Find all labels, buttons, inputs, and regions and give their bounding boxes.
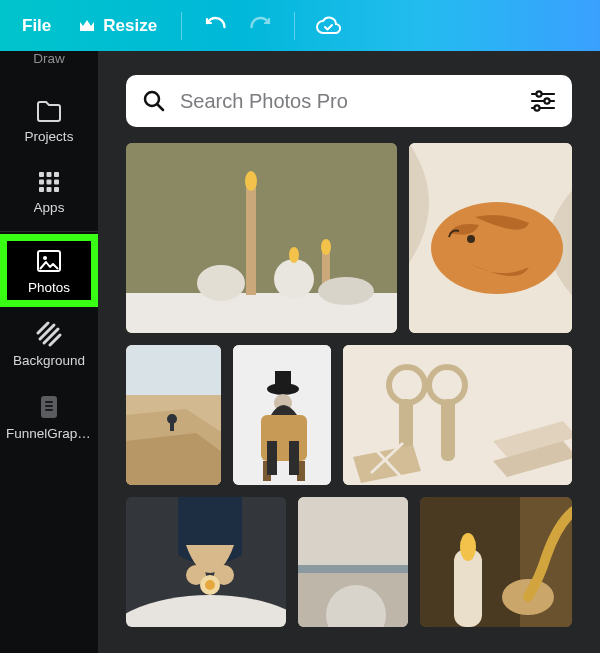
filter-sliders-icon[interactable]: [530, 90, 556, 112]
svg-rect-6: [39, 187, 44, 192]
redo-button[interactable]: [238, 0, 284, 51]
app-body: Draw Projects Apps Photos Background Fun…: [0, 51, 600, 653]
svg-point-67: [342, 599, 354, 611]
svg-point-39: [167, 414, 177, 424]
photo-thumbnail[interactable]: [343, 345, 572, 485]
hatch-icon: [36, 321, 62, 347]
svg-point-69: [334, 611, 346, 623]
grid-row: [126, 497, 572, 627]
sidebar: Draw Projects Apps Photos Background Fun…: [0, 51, 98, 653]
sidebar-item-label: Background: [13, 353, 85, 368]
photo-thumbnail[interactable]: [409, 143, 572, 333]
file-menu-button[interactable]: File: [8, 0, 65, 51]
photo-grid: [126, 143, 572, 627]
grid-row: [126, 143, 572, 333]
divider: [294, 12, 295, 40]
svg-rect-63: [298, 497, 408, 569]
svg-point-27: [245, 171, 257, 191]
svg-point-62: [205, 580, 215, 590]
svg-rect-0: [39, 172, 44, 177]
svg-point-36: [467, 235, 475, 243]
sidebar-item-label: Apps: [34, 200, 65, 215]
sidebar-item-projects[interactable]: Projects: [0, 85, 98, 156]
svg-rect-46: [275, 371, 291, 389]
svg-point-10: [43, 256, 47, 260]
svg-rect-2: [54, 172, 59, 177]
svg-line-17: [158, 105, 164, 111]
svg-rect-26: [246, 183, 256, 295]
svg-rect-7: [47, 187, 52, 192]
undo-button[interactable]: [192, 0, 238, 51]
svg-rect-37: [126, 345, 221, 395]
photo-thumbnail[interactable]: [420, 497, 572, 627]
sidebar-item-label: FunnelGraphics: [6, 426, 92, 441]
sidebar-item-photos[interactable]: Photos: [0, 234, 98, 307]
photos-panel: Search Photos Pro: [98, 51, 600, 653]
divider: [181, 12, 182, 40]
cloud-sync-button[interactable]: [305, 0, 351, 51]
svg-rect-40: [170, 423, 174, 431]
resize-button[interactable]: Resize: [65, 0, 171, 51]
apps-grid-icon: [37, 170, 61, 194]
resize-label: Resize: [103, 16, 157, 36]
svg-point-21: [544, 98, 549, 103]
svg-point-28: [274, 259, 314, 299]
search-placeholder: Search Photos Pro: [180, 90, 516, 113]
svg-rect-54: [441, 399, 455, 461]
sidebar-item-background[interactable]: Background: [0, 307, 98, 380]
svg-point-68: [358, 599, 370, 611]
redo-icon: [249, 14, 273, 38]
app-plugin-icon: [37, 394, 61, 420]
sidebar-item-funnelgraphics[interactable]: FunnelGraphics: [0, 380, 98, 453]
topbar: File Resize: [0, 0, 600, 51]
svg-rect-48: [267, 441, 277, 475]
svg-rect-8: [54, 187, 59, 192]
svg-point-33: [318, 277, 374, 305]
svg-rect-5: [54, 180, 59, 185]
grid-row: [126, 345, 572, 485]
photo-thumbnail[interactable]: [126, 497, 286, 627]
sidebar-item-draw[interactable]: Draw: [0, 51, 98, 85]
svg-rect-1: [47, 172, 52, 177]
sidebar-item-apps[interactable]: Apps: [0, 156, 98, 227]
crown-icon: [79, 19, 95, 33]
svg-point-75: [460, 533, 476, 561]
photo-thumbnail[interactable]: [233, 345, 330, 485]
svg-rect-3: [39, 180, 44, 185]
svg-point-19: [536, 91, 541, 96]
undo-icon: [203, 14, 227, 38]
svg-point-23: [534, 105, 539, 110]
svg-point-71: [350, 587, 362, 599]
folder-icon: [35, 99, 63, 123]
svg-rect-65: [298, 565, 408, 573]
search-input[interactable]: Search Photos Pro: [126, 75, 572, 127]
svg-point-70: [366, 611, 378, 623]
sidebar-item-label: Projects: [25, 129, 74, 144]
cloud-check-icon: [315, 16, 341, 36]
svg-rect-4: [47, 180, 52, 185]
svg-point-32: [321, 239, 331, 255]
search-icon: [142, 89, 166, 113]
image-icon: [35, 248, 63, 274]
svg-point-29: [289, 247, 299, 263]
svg-point-30: [197, 265, 245, 301]
photo-thumbnail[interactable]: [126, 345, 221, 485]
photo-thumbnail[interactable]: [126, 143, 397, 333]
sidebar-item-label: Photos: [28, 280, 70, 295]
file-menu-label: File: [22, 16, 51, 36]
svg-rect-49: [289, 441, 299, 475]
sidebar-item-label: Draw: [33, 51, 65, 66]
sidebar-divider: [0, 231, 98, 232]
photo-thumbnail[interactable]: [298, 497, 408, 627]
